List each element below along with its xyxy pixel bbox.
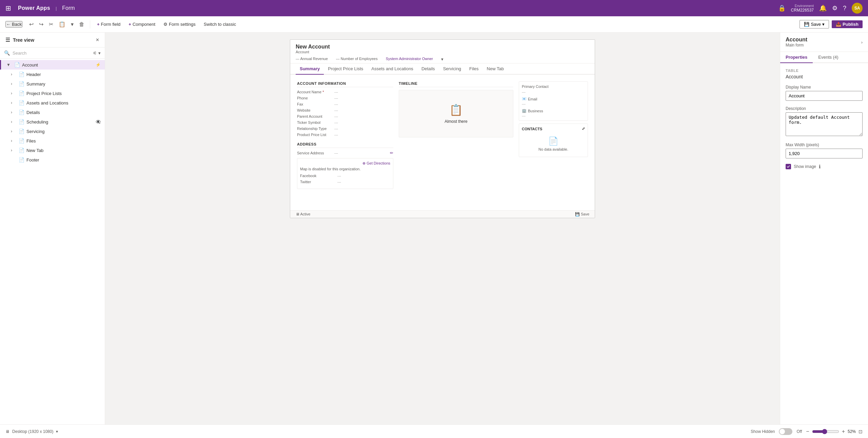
toolbar-right: 💾 Save ▾ 📤 Publish — [800, 20, 863, 28]
sidebar-item-label: Files — [26, 138, 101, 144]
sidebar-item-header[interactable]: › 📄 Header — [0, 70, 105, 79]
max-width-input[interactable] — [786, 149, 863, 158]
back-button[interactable]: ← Back — [5, 21, 22, 27]
waffle-icon[interactable]: ⊞ — [5, 4, 11, 12]
page-icon: 📄 — [18, 138, 24, 144]
paste-dropdown-button[interactable]: ▾ — [70, 20, 75, 29]
chevron-right-icon: › — [11, 110, 16, 115]
right-panel-expand-icon[interactable]: › — [861, 40, 863, 45]
edit-icon[interactable]: ✏ — [390, 151, 393, 155]
sidebar-item-footer[interactable]: › 📄 Footer — [0, 155, 105, 165]
right-panel-tabs: Properties Events (4) — [780, 52, 868, 63]
tab-assets-locations[interactable]: Assets and Locations — [367, 63, 417, 75]
show-image-label: Show image — [794, 164, 816, 169]
publish-label: Publish — [843, 22, 859, 27]
sidebar-search: 🔍 ⚟ ▾ — [0, 47, 105, 59]
tab-details[interactable]: Details — [417, 63, 439, 75]
hamburger-icon[interactable]: ☰ — [5, 37, 10, 43]
close-icon[interactable]: ✕ — [96, 37, 99, 42]
sidebar-item-assets-locations[interactable]: › 📄 Assets and Locations — [0, 98, 105, 108]
form-field-button[interactable]: + Form field — [94, 20, 123, 28]
footer-save: 💾 Save — [575, 212, 589, 216]
form-field-label: Form field — [101, 22, 121, 27]
tab-project-price-lists[interactable]: Project Price Lists — [324, 63, 367, 75]
relationship-label: Relationship Type — [297, 127, 334, 131]
copy-button[interactable]: 📋 — [57, 20, 67, 29]
contacts-label: CONTACTS — [522, 127, 542, 131]
contacts-box: CONTACTS ⤢ 📄 No data available. — [519, 123, 588, 157]
avatar[interactable]: SA — [852, 3, 863, 14]
twitter-value: --- — [337, 180, 390, 184]
settings-button[interactable]: ⚙ — [832, 4, 837, 12]
filter-chevron: ▾ — [98, 51, 101, 56]
redo-button[interactable]: ↪ — [38, 20, 45, 29]
description-textarea[interactable]: Updated default Account form. — [786, 112, 863, 136]
tab-new-tab[interactable]: New Tab — [483, 63, 508, 75]
search-input[interactable] — [13, 51, 89, 56]
contacts-expand-icon[interactable]: ⤢ — [582, 127, 585, 131]
tab-properties[interactable]: Properties — [780, 52, 813, 63]
max-width-label: Max Width (pixels) — [786, 142, 863, 147]
zoom-plus-button[interactable]: + — [842, 429, 845, 435]
form-col-mid: Timeline 📋 Almost there — [396, 79, 516, 206]
form-body: ACCOUNT INFORMATION Account Name --- Pho… — [290, 75, 595, 210]
zoom-value: 52% — [848, 429, 856, 434]
zoom-reset-icon[interactable]: ⊡ — [859, 429, 863, 434]
no-data-text: No data available. — [538, 147, 568, 151]
desktop-selector[interactable]: 🖥 Desktop (1920 x 1080) ▾ — [5, 429, 58, 434]
page-icon: 📄 — [18, 110, 24, 115]
sidebar-item-new-tab[interactable]: › 📄 New Tab — [0, 146, 105, 155]
sidebar-item-files[interactable]: › 📄 Files — [0, 136, 105, 146]
show-image-checkbox[interactable] — [786, 164, 791, 169]
save-dropdown-icon[interactable]: ▾ — [822, 22, 825, 27]
notifications-button[interactable]: 🔔 — [819, 4, 827, 12]
chevron-right-icon: › — [11, 148, 16, 153]
chevron-right-icon: › — [11, 100, 16, 105]
sidebar-item-scheduling[interactable]: › 📄 Scheduling 👁‍🗨 — [0, 117, 105, 127]
show-hidden-toggle[interactable] — [779, 428, 792, 435]
contacts-header: CONTACTS ⤢ — [522, 127, 585, 131]
sidebar-item-servicing[interactable]: › 📄 Servicing — [0, 127, 105, 136]
switch-to-classic-button[interactable]: Switch to classic — [201, 20, 239, 28]
undo-button[interactable]: ↩ — [28, 20, 35, 29]
display-name-input[interactable] — [786, 91, 863, 101]
toggle-knob — [780, 429, 785, 434]
form-settings-button[interactable]: ⚙ Form settings — [161, 20, 198, 28]
parent-account-label: Parent Account — [297, 114, 334, 118]
save-label: Save — [811, 22, 821, 27]
tab-files[interactable]: Files — [465, 63, 482, 75]
sidebar-item-details[interactable]: › 📄 Details — [0, 108, 105, 117]
help-button[interactable]: ? — [843, 5, 846, 12]
tab-events[interactable]: Events (4) — [813, 52, 844, 63]
zoom-slider[interactable] — [812, 429, 839, 434]
form-settings-icon: ⚙ — [163, 22, 167, 27]
field-ticker-symbol: Ticker Symbol --- — [297, 120, 393, 125]
header-chevron-icon[interactable]: ▾ — [441, 57, 443, 62]
page-icon: 📄 — [18, 119, 24, 125]
env-label: Environment — [791, 4, 814, 8]
facebook-label: Facebook — [300, 174, 337, 178]
primary-contact-value: --- — [522, 90, 585, 94]
desktop-icon: 🖥 — [296, 212, 299, 216]
delete-button[interactable]: 🗑 — [78, 20, 86, 29]
sidebar-item-account[interactable]: ▼ 📄 Account ⚡ — [0, 60, 105, 70]
cut-button[interactable]: ✂ — [47, 20, 55, 29]
header-field-revenue: --- Annual Revenue — [296, 57, 328, 62]
sidebar-item-summary[interactable]: › 📄 Summary — [0, 79, 105, 89]
field-facebook: Facebook --- — [300, 174, 390, 178]
right-panel-title: Account — [786, 37, 807, 43]
publish-button[interactable]: 📤 Publish — [832, 20, 863, 28]
component-button[interactable]: + Component — [126, 20, 158, 28]
website-value: --- — [334, 108, 393, 112]
tab-summary[interactable]: Summary — [296, 63, 324, 75]
tab-servicing[interactable]: Servicing — [439, 63, 465, 75]
display-name-label: Display Name — [786, 85, 863, 90]
canvas: New Account Account --- Annual Revenue -… — [105, 33, 780, 438]
fax-label: Fax — [297, 102, 334, 106]
zoom-minus-button[interactable]: − — [806, 429, 809, 435]
filter-button[interactable]: ⚟ ▾ — [93, 51, 101, 56]
info-icon[interactable]: ℹ — [819, 164, 821, 169]
get-directions-button[interactable]: ⊕ Get Directions — [362, 161, 390, 166]
sidebar-item-project-price-lists[interactable]: › 📄 Project Price Lists — [0, 89, 105, 98]
save-button[interactable]: 💾 Save ▾ — [800, 20, 829, 28]
